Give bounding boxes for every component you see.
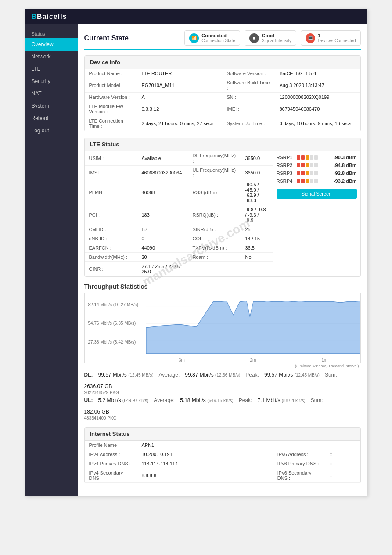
rsrp-row-1: RSRP1-90.3 dBm xyxy=(277,155,357,160)
devices-icon: 💻 xyxy=(306,33,315,43)
table-row: LTE Module FW Version : 0.3.3.12 IMEI : … xyxy=(85,102,360,116)
sidebar-item-reboot[interactable]: Reboot xyxy=(25,112,78,124)
ul-sum: 182.06 GB 483341400 PKG xyxy=(84,409,117,421)
main-content: Current State 📶 Connected Connection Sta… xyxy=(78,24,367,496)
table-row: Product Name : LTE ROUTER Software Versi… xyxy=(85,69,360,78)
internet-status-title: Internet Status xyxy=(85,428,360,441)
table-row: EARFCN : 44090 TXPV(RxdBm) : 36.5 xyxy=(85,243,273,253)
state-indicators: 📶 Connected Connection State ■ Good Sign… xyxy=(184,30,360,46)
time-label-2m: 2m xyxy=(250,358,256,363)
rsrp-value-4: -93.2 dBm xyxy=(326,178,357,184)
chart-container: 82.14 Mbit/s (10.27 MB/s) 54.76 Mbit/s (… xyxy=(84,293,361,363)
ul-label: UL: xyxy=(84,397,93,403)
table-row: USIM : Available DL Frequency(MHz) : 365… xyxy=(85,151,273,166)
rsrp-bar-1 xyxy=(297,155,324,160)
wifi-icon: 📶 xyxy=(189,33,199,43)
rsrp-value-2: -94.8 dBm xyxy=(326,163,357,168)
chart-label-2: 54.76 Mbit/s (6.85 MB/s) xyxy=(88,321,143,326)
ul-avg: 5.18 Mbit/s (649.15 kB/s) xyxy=(180,397,234,403)
signal-screen-button[interactable]: Signal Screen xyxy=(277,189,357,199)
time-label-3m: 3m xyxy=(179,358,185,363)
rsrp-row-2: RSRP2-94.8 dBm xyxy=(277,163,357,168)
indicator-devices-text: 1 Devices Connected xyxy=(318,33,356,43)
table-row: Product Model : EG7010A_M11 Software Bui… xyxy=(85,78,360,93)
sidebar-item-network[interactable]: Network xyxy=(25,51,78,63)
lte-left: USIM : Available DL Frequency(MHz) : 365… xyxy=(85,151,273,276)
indicator-devices: 💻 1 Devices Connected xyxy=(301,30,361,46)
logo-text: Baicells xyxy=(37,13,67,20)
internet-status-table: Profile Name : APN1 IPv4 Address : 10.20… xyxy=(85,441,360,483)
app-container: manualsarchive.com BBaicells Status Over… xyxy=(25,9,367,496)
table-row: Hardware Version : A SN : 120000008202XQ… xyxy=(85,93,360,102)
table-row: Bandwidth(MHz) : 20 Roam : No xyxy=(85,253,273,262)
dl-sum-label: Sum: xyxy=(325,372,337,378)
top-bar: BBaicells xyxy=(25,9,367,24)
rsrp-value-3: -92.8 dBm xyxy=(326,170,357,176)
rsrp-label-3: RSRP3 xyxy=(277,170,294,176)
rsrp-label-2: RSRP2 xyxy=(277,163,294,168)
chart-label-1: 82.14 Mbit/s (10.27 MB/s) xyxy=(88,302,143,307)
table-row: LTE Connection Time : 2 days, 21 hours, … xyxy=(85,116,360,131)
table-row: IPv4 Address : 10.200.10.191 IPv6 Addres… xyxy=(85,450,360,459)
indicator-connected-text: Connected Connection State xyxy=(201,33,235,43)
sidebar-item-logout[interactable]: Log out xyxy=(25,124,78,137)
lte-info-table: USIM : Available DL Frequency(MHz) : 365… xyxy=(85,151,273,276)
sidebar-item-system[interactable]: System xyxy=(25,100,78,112)
dl-stats-row: DL: 99.57 Mbit/s (12.45 MB/s) Average: 9… xyxy=(84,372,361,395)
table-row: IPv4 Secondary DNS : 8.8.8.8 IPv6 Second… xyxy=(85,468,360,483)
table-row: eNB ID : 0 CQI : 14 / 15 xyxy=(85,234,273,243)
dl-avg: 99.87 Mbit/s (12.36 MB/s) xyxy=(185,372,240,378)
indicator-connected: 📶 Connected Connection State xyxy=(184,30,240,46)
chart-area xyxy=(146,293,360,354)
throughput-section: Throughput Statistics 82.14 Mbit/s (10.2… xyxy=(84,283,361,421)
ul-sum-label: Sum: xyxy=(311,397,323,403)
dl-peak: 99.57 Mbit/s (12.45 MB/s) xyxy=(264,372,320,378)
table-row: IPv4 Primary DNS : 114.114.114.114 IPv6 … xyxy=(85,459,360,468)
main-layout: Status Overview Network LTE Security NAT… xyxy=(25,24,367,496)
lte-status-title: LTE Status xyxy=(85,138,360,151)
lte-right: RSRP1-90.3 dBmRSRP2-94.8 dBmRSRP3-92.8 d… xyxy=(273,151,360,276)
table-row: IMSI : 460680003200064 UL Frequency(MHz)… xyxy=(85,166,273,180)
sidebar-status-header: Status xyxy=(25,28,78,38)
table-row: CINR : 27.1 / 25.5 / 22.0 / 25.0 xyxy=(85,262,273,276)
current-state-title: Current State xyxy=(84,34,129,42)
lte-status-inner: USIM : Available DL Frequency(MHz) : 365… xyxy=(85,151,360,276)
indicator-signal-text: Good Signal Intensity xyxy=(262,33,291,43)
ul-peak-label: Peak: xyxy=(239,397,252,403)
rsrp-bar-3 xyxy=(297,171,324,175)
lte-status-section: LTE Status USIM : Available DL Frequency… xyxy=(84,138,361,277)
rsrp-bar-4 xyxy=(297,179,324,183)
sidebar-item-security[interactable]: Security xyxy=(25,75,78,87)
table-row: PLMN : 46068 RSSI(dBm) : -90.5 / -45.0 /… xyxy=(85,180,273,205)
rsrp-label-1: RSRP1 xyxy=(277,155,294,160)
sidebar-item-nat[interactable]: NAT xyxy=(25,87,78,100)
ul-stats-row: UL: 5.2 Mbit/s (649.97 kB/s) Average: 5.… xyxy=(84,397,361,421)
logo-b: B xyxy=(32,13,37,20)
dl-peak-label: Peak: xyxy=(245,372,259,378)
dl-current: 99.57 Mbit/s (12.45 MB/s) xyxy=(98,372,154,378)
ul-peak: 7.1 Mbit/s (887.4 kB/s) xyxy=(257,397,305,403)
device-info-title: Device Info xyxy=(85,56,360,69)
logo: BBaicells xyxy=(32,13,67,21)
table-row: Cell ID : B7 SINR(dB) : 25 xyxy=(85,225,273,234)
rsrp-label-4: RSRP4 xyxy=(277,178,294,184)
chart-time-labels: 3m 2m 1m xyxy=(146,358,360,363)
time-label-1m: 1m xyxy=(321,358,327,363)
sidebar-section-status: Status Overview Network LTE Security NAT… xyxy=(25,24,78,140)
indicator-signal: ■ Good Signal Intensity xyxy=(245,30,296,46)
signal-icon: ■ xyxy=(249,33,259,43)
table-row: PCI : 183 RSRQ(dB) : -9.8 / -9.8 / -9.3 … xyxy=(85,205,273,225)
sidebar-item-overview[interactable]: Overview xyxy=(25,38,78,51)
device-info-table: Product Name : LTE ROUTER Software Versi… xyxy=(85,69,360,131)
current-state-bar: Current State 📶 Connected Connection Sta… xyxy=(84,30,361,50)
rsrp-row-4: RSRP4-93.2 dBm xyxy=(277,178,357,184)
chart-labels: 82.14 Mbit/s (10.27 MB/s) 54.76 Mbit/s (… xyxy=(85,293,146,354)
rsrp-bar-2 xyxy=(297,163,324,167)
throughput-title: Throughput Statistics xyxy=(84,283,361,290)
rsrp-container: RSRP1-90.3 dBmRSRP2-94.8 dBmRSRP3-92.8 d… xyxy=(277,155,357,184)
rsrp-row-3: RSRP3-92.8 dBm xyxy=(277,170,357,176)
sidebar-item-lte[interactable]: LTE xyxy=(25,63,78,75)
chart-svg xyxy=(146,293,360,354)
table-row: Profile Name : APN1 xyxy=(85,441,360,450)
rsrp-value-1: -90.3 dBm xyxy=(326,155,357,160)
